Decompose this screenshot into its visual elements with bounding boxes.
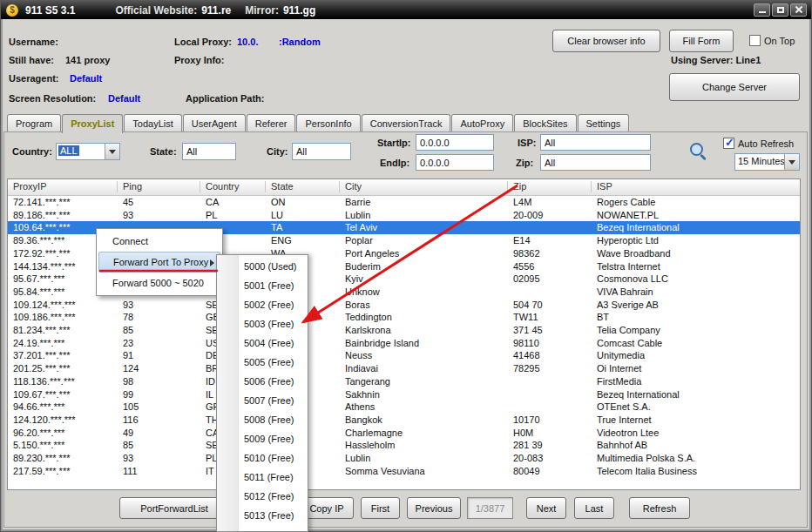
cell: 20-009: [513, 210, 543, 221]
country-label: Country:: [12, 146, 52, 157]
port-option-5000[interactable]: 5000 (Used): [217, 257, 308, 276]
port-option-5008[interactable]: 5008 (Free): [217, 410, 308, 429]
city-label: City:: [267, 146, 288, 157]
tab-useragent[interactable]: UserAgent: [183, 114, 246, 131]
context-menu-item-connect[interactable]: Connect: [98, 231, 220, 252]
cell: 78: [123, 312, 133, 323]
refresh-button[interactable]: Refresh: [629, 497, 690, 519]
auto-refresh-checkbox[interactable]: [723, 138, 734, 149]
table-row[interactable]: 124.120.***.***116THBangkok10170True Int…: [8, 414, 800, 427]
tab-conversiontrack[interactable]: ConversionTrack: [362, 114, 451, 131]
port-option-5011[interactable]: 5011 (Free): [217, 468, 308, 487]
auto-refresh-label: Auto Refresh: [738, 138, 794, 149]
isp-label: ISP:: [518, 138, 536, 148]
search-icon[interactable]: [687, 140, 708, 161]
table-row[interactable]: 89.186.***.***93PLLULublin20-009NOWANET.…: [8, 209, 800, 222]
state-input[interactable]: [182, 143, 236, 160]
country-select[interactable]: ALL: [56, 143, 120, 160]
context-menu-item-forward-5000-5020[interactable]: Forward 5000 ~ 5020: [98, 273, 220, 293]
port-option-5005[interactable]: 5005 (Free): [217, 353, 308, 372]
cell: Cosmonova LLC: [597, 273, 668, 285]
table-row[interactable]: 5.150.***.***85SEHassleholm281 39Bahnhof…: [8, 439, 800, 452]
table-row[interactable]: 109.124.***.***93SEBoras504 70A3 Sverige…: [8, 299, 800, 312]
table-row[interactable]: 217.59.***.***111ITSomma Vesuviana80049T…: [8, 465, 800, 478]
context-menu: ConnectForward Port To ProxyForward 5000…: [96, 228, 223, 296]
table-row[interactable]: 201.25.***.***124BRIndiavai78295Oi Inter…: [8, 362, 800, 375]
tab-program[interactable]: Program: [7, 114, 61, 131]
column-header-ping[interactable]: Ping: [123, 181, 142, 192]
table-row[interactable]: 81.234.***.***85SEKarlskrona371 45Telia …: [8, 324, 800, 337]
cell: 217.59.***.***: [13, 466, 70, 477]
fill-form-button[interactable]: Fill Form: [669, 30, 734, 52]
context-menu-item-forward-port-to-proxy[interactable]: Forward Port To Proxy: [98, 252, 220, 273]
local-proxy-mode[interactable]: :Random: [279, 37, 321, 47]
interval-dropdown-arrow-icon[interactable]: [784, 154, 799, 170]
window-controls: [754, 3, 807, 17]
port-option-5013[interactable]: 5013 (Free): [217, 506, 308, 525]
column-header-isp[interactable]: ISP: [597, 181, 612, 192]
minimize-button[interactable]: [754, 3, 770, 17]
on-top-checkbox[interactable]: [749, 35, 761, 46]
column-header-city[interactable]: City: [345, 181, 362, 192]
cell: 124.120.***.***: [13, 414, 76, 426]
port-option-5012[interactable]: 5012 (Free): [217, 487, 308, 506]
maximize-button[interactable]: [772, 3, 788, 17]
column-header-state[interactable]: State: [271, 181, 294, 192]
port-option-5014[interactable]: 5014 (Free): [217, 525, 308, 532]
next-button[interactable]: Next: [526, 497, 566, 519]
isp-input[interactable]: [540, 134, 651, 151]
local-proxy-value[interactable]: 10.0.: [237, 37, 258, 47]
change-server-button[interactable]: Change Server: [669, 73, 800, 101]
cell: Bangkok: [345, 414, 382, 426]
table-row[interactable]: 94.66.***.***105GRAthensOTEnet S.A.: [8, 401, 800, 414]
cell: LU: [271, 210, 283, 221]
cell: 49: [123, 428, 133, 439]
port-option-5007[interactable]: 5007 (Free): [217, 391, 308, 410]
table-row[interactable]: 109.67.***.***99ILSakhninBezeq Internati…: [8, 388, 800, 401]
port-option-5009[interactable]: 5009 (Free): [217, 429, 308, 448]
table-row[interactable]: 37.201.***.***91DENeuss41468Unitymedia: [8, 349, 800, 362]
tab-referer[interactable]: Referer: [247, 114, 296, 131]
zip-input[interactable]: [540, 154, 651, 171]
first-button[interactable]: First: [361, 497, 400, 519]
tab-blocksites[interactable]: BlockSites: [514, 114, 576, 131]
previous-button[interactable]: Previous: [407, 497, 461, 519]
last-button[interactable]: Last: [574, 497, 614, 519]
clear-browser-info-button[interactable]: Clear browser info: [552, 30, 660, 52]
portforwardlist-button[interactable]: PortForwardList: [119, 497, 229, 519]
startip-input[interactable]: [416, 134, 494, 151]
endip-input[interactable]: [416, 154, 494, 171]
table-row[interactable]: 24.19.***.***23USBainbridge Island98110C…: [8, 337, 800, 350]
tab-autoproxy[interactable]: AutoProxy: [451, 114, 513, 131]
column-header-proxyip[interactable]: ProxyIP: [13, 181, 47, 192]
cell: Hassleholm: [345, 440, 395, 451]
table-row[interactable]: 72.141.***.***45CAONBarrieL4MRogers Cabl…: [8, 196, 800, 209]
tab-settings[interactable]: Settings: [578, 114, 630, 131]
port-option-5001[interactable]: 5001 (Free): [217, 276, 308, 295]
column-header-country[interactable]: Country: [206, 181, 240, 192]
country-dropdown-arrow-icon[interactable]: [105, 144, 119, 159]
close-button[interactable]: [790, 3, 807, 17]
useragent-value[interactable]: Default: [70, 73, 102, 84]
port-option-5003[interactable]: 5003 (Free): [217, 314, 308, 333]
refresh-interval-select[interactable]: 15 Minutes: [734, 153, 800, 171]
screen-resolution-value[interactable]: Default: [108, 93, 140, 104]
cell: True Internet: [597, 414, 652, 426]
table-row[interactable]: 89.230.***.***93PLLublin20-083Multimedia…: [8, 452, 800, 465]
column-header-zip[interactable]: Zip: [513, 181, 526, 192]
table-row[interactable]: 118.136.***.***98IDTangerangFirstMedia: [8, 375, 800, 388]
port-option-5002[interactable]: 5002 (Free): [217, 295, 308, 314]
endip-label: EndIp:: [380, 158, 409, 168]
table-row[interactable]: 96.20.***.***49CACharlemagneH0MVideotron…: [8, 427, 800, 440]
cell: 91: [123, 350, 133, 361]
tab-personinfo[interactable]: PersonInfo: [296, 114, 360, 131]
port-option-5004[interactable]: 5004 (Free): [217, 333, 308, 353]
port-option-5006[interactable]: 5006 (Free): [217, 372, 308, 391]
cell: Boras: [345, 300, 370, 311]
tab-todaylist[interactable]: TodayList: [124, 114, 181, 131]
table-row[interactable]: 109.186.***.***78GBTeddingtonTW11BT: [8, 311, 800, 324]
tab-proxylist[interactable]: ProxyList: [62, 114, 123, 133]
cell: Tel Aviv: [345, 222, 377, 233]
port-option-5010[interactable]: 5010 (Free): [217, 448, 308, 468]
city-input[interactable]: [292, 143, 351, 160]
